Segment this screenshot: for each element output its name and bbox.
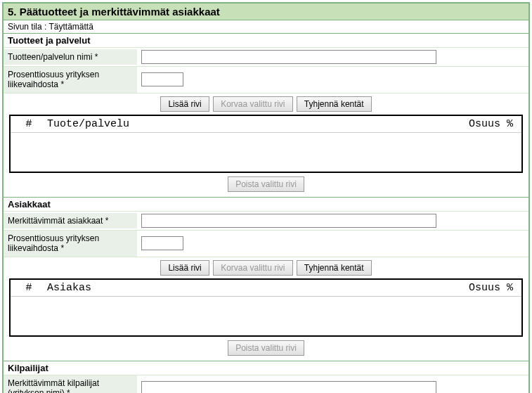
product-name-label: Tuotteen/palvelun nimi *	[4, 49, 137, 65]
customer-percent-input[interactable]	[141, 236, 183, 250]
products-col-share: Osuus %	[447, 118, 517, 130]
customers-clear-button[interactable]: Tyhjennä kentät	[297, 260, 372, 276]
products-add-button[interactable]: Lisää rivi	[160, 96, 209, 112]
customers-section: Asiakkaat Merkittävimmät asiakkaat * Pro…	[3, 198, 529, 361]
customers-table-body[interactable]	[11, 297, 521, 335]
customers-col-main: Asiakas	[43, 282, 447, 294]
competitors-section: Kilpailijat Merkittävimmät kilpailijat (…	[3, 361, 529, 393]
page-status: Sivun tila : Täyttämättä	[3, 20, 529, 34]
customers-add-button[interactable]: Lisää rivi	[160, 260, 209, 276]
products-replace-button[interactable]: Korvaa valittu rivi	[213, 96, 292, 112]
products-heading: Tuotteet ja palvelut	[4, 34, 528, 47]
products-clear-button[interactable]: Tyhjennä kentät	[297, 96, 372, 112]
customer-name-label: Merkittävimmät asiakkaat *	[4, 213, 137, 228]
customer-percent-label: Prosenttiosuus yrityksen liikevaihdosta …	[4, 231, 137, 257]
customers-col-num: #	[15, 282, 43, 294]
customers-replace-button[interactable]: Korvaa valittu rivi	[213, 260, 292, 276]
competitor-name-input[interactable]	[141, 381, 436, 393]
customer-name-input[interactable]	[141, 214, 436, 228]
customers-delete-button[interactable]: Poista valittu rivi	[228, 340, 304, 356]
product-percent-label: Prosenttiosuus yrityksen liikevaihdosta …	[4, 67, 137, 93]
product-percent-input[interactable]	[141, 72, 183, 86]
products-table[interactable]: # Tuote/palvelu Osuus %	[9, 115, 523, 173]
customers-heading: Asiakkaat	[4, 198, 528, 211]
products-delete-button[interactable]: Poista valittu rivi	[228, 176, 304, 192]
products-col-num: #	[15, 118, 43, 130]
customers-col-share: Osuus %	[447, 282, 517, 294]
products-section: Tuotteet ja palvelut Tuotteen/palvelun n…	[3, 34, 529, 198]
section-title: 5. Päätuotteet ja merkittävimmät asiakka…	[3, 3, 529, 20]
products-col-main: Tuote/palvelu	[43, 118, 447, 130]
products-table-body[interactable]	[11, 133, 521, 172]
competitor-name-label: Merkittävimmät kilpailijat (yrityksen ni…	[4, 375, 137, 393]
competitors-heading: Kilpailijat	[4, 361, 528, 375]
customers-table[interactable]: # Asiakas Osuus %	[9, 278, 523, 337]
product-name-input[interactable]	[141, 50, 436, 64]
